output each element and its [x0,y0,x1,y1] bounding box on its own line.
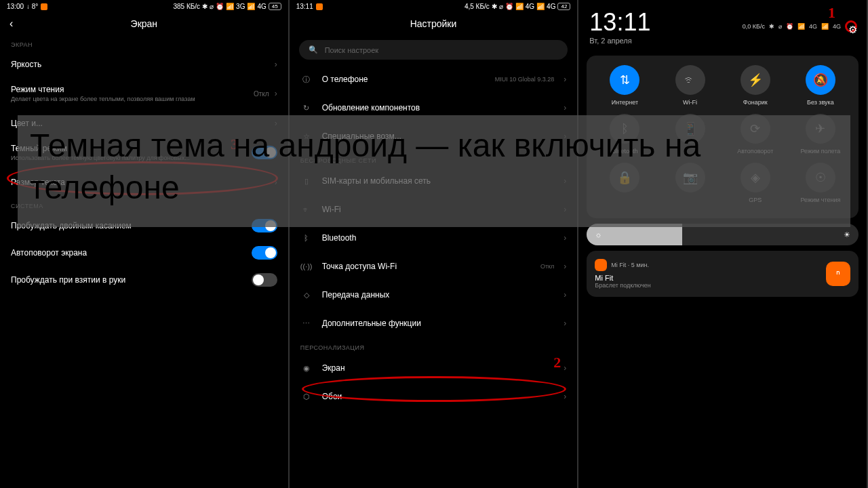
row-display[interactable]: ◉Экран› [290,354,578,382]
row-auto-rotate[interactable]: Автоповорот экрана [0,239,288,266]
annotation-1: 1 [828,4,835,22]
chevron-right-icon: › [275,60,277,69]
mi-fit-app-icon: ⁿ [826,262,850,286]
search-icon: 🔍 [309,45,318,54]
phone-screen-quick-settings: 13:11 Вт, 2 апреля 0,0 КБ/с✱⌀⏰📶4G📶4G ⚙ 1… [578,0,868,488]
bluetooth-icon: ᛒ [300,234,313,242]
brightness-slider[interactable]: ☼ ☀ [587,224,859,245]
settings-gear-icon[interactable]: ⚙ [845,20,857,33]
status-bar: 13:00↓ 8° 385 КБ/с✱⌀⏰📶3G📶4G45 [0,0,288,13]
raise-wake-toggle[interactable] [252,273,277,287]
wallpaper-icon: ⬡ [300,392,313,401]
clock-date: Вт, 2 апреля [589,37,856,45]
notif-dot-icon [41,3,47,10]
hotspot-icon: ((·)) [300,262,313,270]
row-reading-mode[interactable]: Режим чтенияДелает цвета на экране более… [0,78,288,110]
row-bluetooth[interactable]: ᛒBluetooth› [290,224,578,252]
row-more[interactable]: ⋯Дополнительные функции› [290,309,578,338]
qs-tile-Без звука[interactable]: 🔕Без звука [788,65,853,106]
qs-header: 13:11 Вт, 2 апреля 0,0 КБ/с✱⌀⏰📶4G📶4G ⚙ [578,0,867,50]
back-icon[interactable]: ‹ [9,18,13,30]
phone-screen-settings: 13:11 4,5 КБ/с✱⌀⏰📶4G📶4G42 Настройки 🔍Пои… [290,0,579,488]
notification-card[interactable]: Mi Fit · 5 мин. Mi Fit Браслет подключен… [587,251,859,297]
section-personal: ПЕРСОНАЛИЗАЦИЯ [290,338,578,354]
data-icon: ◇ [300,291,313,300]
qs-tile-Wi-Fi[interactable]: ᯤWi-Fi [658,65,723,106]
sun-low-icon: ☼ [595,230,601,239]
row-wallpaper[interactable]: ⬡Обои› [290,382,578,411]
more-icon: ⋯ [300,319,313,328]
section-screen: ЭКРАН [0,35,288,51]
search-input[interactable]: 🔍Поиск настроек [299,40,568,60]
screen-header: ‹ Экран [0,13,288,35]
annotation-2: 2 [553,354,561,371]
page-title: Экран [131,18,158,29]
row-data-usage[interactable]: ◇Передача данных› [290,281,578,309]
info-icon: ⓘ [300,75,313,85]
mi-fit-small-icon [595,259,607,271]
page-title: Настройки [410,18,457,29]
display-icon: ◉ [300,364,313,373]
row-raise-to-wake[interactable]: Пробуждать при взятии в руки [0,266,288,293]
phone-screen-display-settings: 13:00↓ 8° 385 КБ/с✱⌀⏰📶3G📶4G45 ‹ Экран ЭК… [0,0,290,488]
qs-tile-Фонарик[interactable]: ⚡Фонарик [723,65,788,106]
auto-rotate-toggle[interactable] [252,246,277,260]
update-icon: ↻ [300,104,313,113]
row-brightness[interactable]: Яркость› [0,51,288,78]
article-title-overlay: Темная тема на андроид — как включить на… [18,115,850,227]
status-bar: 13:11 4,5 КБ/с✱⌀⏰📶4G📶4G42 [290,0,578,13]
sun-high-icon: ☀ [844,230,850,239]
row-about-phone[interactable]: ⓘ О телефоне MIUI 10 Global 9.3.28› [290,65,578,94]
qs-tile-Интернет[interactable]: ⇅Интернет [592,65,657,106]
row-hotspot[interactable]: ((·))Точка доступа Wi-Fi Откл› [290,252,578,281]
settings-header: Настройки [290,13,578,35]
